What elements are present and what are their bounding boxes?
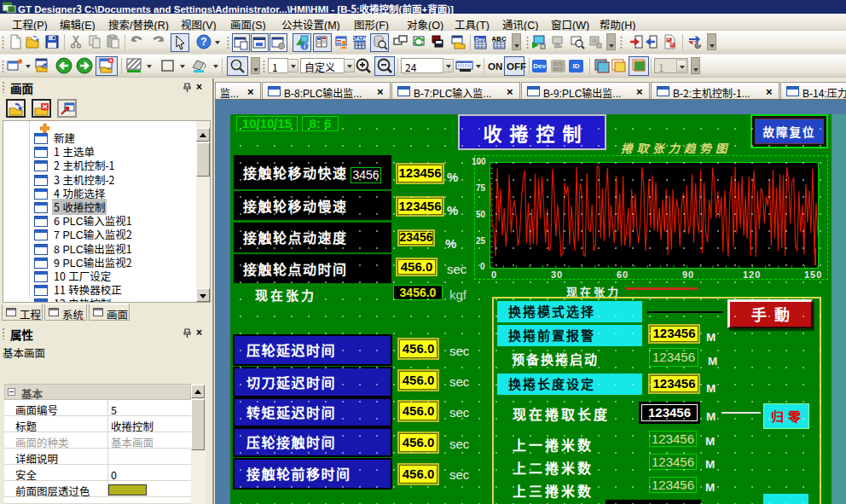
- svg-text:DATA: DATA: [352, 36, 367, 42]
- svg-text:?: ?: [200, 36, 206, 48]
- svg-text:Dev: Dev: [475, 37, 485, 42]
